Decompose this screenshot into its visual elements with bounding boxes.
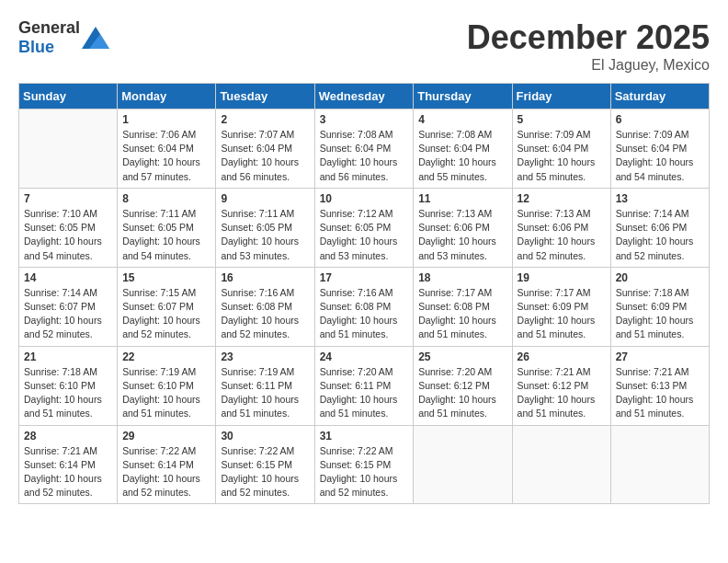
day-number: 13 <box>616 192 704 205</box>
day-info: Sunrise: 7:16 AMSunset: 6:08 PMDaylight:… <box>320 286 409 342</box>
day-info: Sunrise: 7:16 AMSunset: 6:08 PMDaylight:… <box>221 286 309 342</box>
day-number: 28 <box>24 430 112 442</box>
day-info: Sunrise: 7:21 AMSunset: 6:14 PMDaylight:… <box>24 444 112 500</box>
day-info: Sunrise: 7:11 AMSunset: 6:05 PMDaylight:… <box>221 207 309 263</box>
calendar-cell: 5Sunrise: 7:09 AMSunset: 6:04 PMDaylight… <box>512 109 610 189</box>
calendar-cell: 27Sunrise: 7:21 AMSunset: 6:13 PMDayligh… <box>610 346 709 425</box>
day-number: 8 <box>122 192 210 205</box>
day-info: Sunrise: 7:09 AMSunset: 6:04 PMDaylight:… <box>616 128 704 184</box>
calendar-cell: 23Sunrise: 7:19 AMSunset: 6:11 PMDayligh… <box>216 346 314 425</box>
logo-icon <box>82 27 109 49</box>
calendar-cell: 2Sunrise: 7:07 AMSunset: 6:04 PMDaylight… <box>216 109 314 189</box>
day-number: 7 <box>24 192 112 205</box>
day-info: Sunrise: 7:15 AMSunset: 6:07 PMDaylight:… <box>122 286 210 342</box>
week-row-3: 14Sunrise: 7:14 AMSunset: 6:07 PMDayligh… <box>19 267 710 346</box>
calendar-cell: 16Sunrise: 7:16 AMSunset: 6:08 PMDayligh… <box>216 267 314 346</box>
day-number: 10 <box>320 192 409 205</box>
day-info: Sunrise: 7:09 AMSunset: 6:04 PMDaylight:… <box>518 128 606 184</box>
day-number: 26 <box>518 350 606 363</box>
calendar-cell: 1Sunrise: 7:06 AMSunset: 6:04 PMDaylight… <box>118 109 216 189</box>
day-info: Sunrise: 7:22 AMSunset: 6:15 PMDaylight:… <box>320 444 409 500</box>
day-info: Sunrise: 7:20 AMSunset: 6:12 PMDaylight:… <box>418 365 506 421</box>
day-info: Sunrise: 7:19 AMSunset: 6:11 PMDaylight:… <box>221 365 309 421</box>
calendar-cell <box>610 425 709 504</box>
calendar-cell: 21Sunrise: 7:18 AMSunset: 6:10 PMDayligh… <box>19 346 118 425</box>
day-info: Sunrise: 7:17 AMSunset: 6:08 PMDaylight:… <box>418 286 506 342</box>
day-info: Sunrise: 7:06 AMSunset: 6:04 PMDaylight:… <box>122 128 210 184</box>
day-number: 17 <box>320 271 409 284</box>
calendar-cell: 13Sunrise: 7:14 AMSunset: 6:06 PMDayligh… <box>610 188 709 267</box>
day-number: 5 <box>518 113 606 126</box>
header-monday: Monday <box>118 84 216 109</box>
day-number: 18 <box>418 271 506 284</box>
calendar-cell: 3Sunrise: 7:08 AMSunset: 6:04 PMDaylight… <box>314 109 414 189</box>
calendar-cell: 19Sunrise: 7:17 AMSunset: 6:09 PMDayligh… <box>512 267 610 346</box>
day-info: Sunrise: 7:07 AMSunset: 6:04 PMDaylight:… <box>221 128 309 184</box>
day-info: Sunrise: 7:08 AMSunset: 6:04 PMDaylight:… <box>320 128 409 184</box>
day-info: Sunrise: 7:18 AMSunset: 6:10 PMDaylight:… <box>24 365 112 421</box>
calendar-table: SundayMondayTuesdayWednesdayThursdayFrid… <box>18 83 710 504</box>
calendar-cell: 24Sunrise: 7:20 AMSunset: 6:11 PMDayligh… <box>314 346 414 425</box>
calendar-cell: 31Sunrise: 7:22 AMSunset: 6:15 PMDayligh… <box>314 425 414 504</box>
day-info: Sunrise: 7:13 AMSunset: 6:06 PMDaylight:… <box>418 207 506 263</box>
day-number: 29 <box>122 430 210 442</box>
day-number: 30 <box>221 430 309 442</box>
day-info: Sunrise: 7:18 AMSunset: 6:09 PMDaylight:… <box>616 286 704 342</box>
calendar-cell <box>414 425 512 504</box>
day-info: Sunrise: 7:22 AMSunset: 6:14 PMDaylight:… <box>122 444 210 500</box>
header-saturday: Saturday <box>610 84 709 109</box>
day-info: Sunrise: 7:22 AMSunset: 6:15 PMDaylight:… <box>221 444 309 500</box>
logo: General Blue <box>18 18 109 57</box>
header-wednesday: Wednesday <box>314 84 414 109</box>
logo-text: General Blue <box>18 18 80 57</box>
day-info: Sunrise: 7:12 AMSunset: 6:05 PMDaylight:… <box>320 207 409 263</box>
day-number: 4 <box>418 113 506 126</box>
header-friday: Friday <box>512 84 610 109</box>
week-row-1: 1Sunrise: 7:06 AMSunset: 6:04 PMDaylight… <box>19 109 710 189</box>
week-row-5: 28Sunrise: 7:21 AMSunset: 6:14 PMDayligh… <box>19 425 710 504</box>
day-info: Sunrise: 7:14 AMSunset: 6:07 PMDaylight:… <box>24 286 112 342</box>
header-thursday: Thursday <box>414 84 512 109</box>
day-info: Sunrise: 7:21 AMSunset: 6:13 PMDaylight:… <box>616 365 704 421</box>
calendar-cell: 14Sunrise: 7:14 AMSunset: 6:07 PMDayligh… <box>19 267 118 346</box>
calendar-header-row: SundayMondayTuesdayWednesdayThursdayFrid… <box>19 84 710 109</box>
calendar-cell <box>512 425 610 504</box>
day-number: 11 <box>418 192 506 205</box>
day-info: Sunrise: 7:14 AMSunset: 6:06 PMDaylight:… <box>616 207 704 263</box>
day-number: 9 <box>221 192 309 205</box>
page-header: General Blue December 2025 El Jaguey, Me… <box>18 18 710 74</box>
header-sunday: Sunday <box>19 84 118 109</box>
day-number: 27 <box>616 350 704 363</box>
day-number: 1 <box>122 113 210 126</box>
day-number: 12 <box>518 192 606 205</box>
day-number: 2 <box>221 113 309 126</box>
day-number: 25 <box>418 350 506 363</box>
day-number: 14 <box>24 271 112 284</box>
calendar-cell: 17Sunrise: 7:16 AMSunset: 6:08 PMDayligh… <box>314 267 414 346</box>
day-number: 6 <box>616 113 704 126</box>
day-info: Sunrise: 7:10 AMSunset: 6:05 PMDaylight:… <box>24 207 112 263</box>
day-info: Sunrise: 7:17 AMSunset: 6:09 PMDaylight:… <box>518 286 606 342</box>
calendar-cell: 10Sunrise: 7:12 AMSunset: 6:05 PMDayligh… <box>314 188 414 267</box>
calendar-cell: 20Sunrise: 7:18 AMSunset: 6:09 PMDayligh… <box>610 267 709 346</box>
day-number: 3 <box>320 113 409 126</box>
calendar-cell: 22Sunrise: 7:19 AMSunset: 6:10 PMDayligh… <box>118 346 216 425</box>
week-row-2: 7Sunrise: 7:10 AMSunset: 6:05 PMDaylight… <box>19 188 710 267</box>
calendar-cell <box>19 109 118 189</box>
day-info: Sunrise: 7:11 AMSunset: 6:05 PMDaylight:… <box>122 207 210 263</box>
calendar-cell: 11Sunrise: 7:13 AMSunset: 6:06 PMDayligh… <box>414 188 512 267</box>
day-number: 19 <box>518 271 606 284</box>
day-number: 16 <box>221 271 309 284</box>
calendar-cell: 18Sunrise: 7:17 AMSunset: 6:08 PMDayligh… <box>414 267 512 346</box>
day-info: Sunrise: 7:13 AMSunset: 6:06 PMDaylight:… <box>518 207 606 263</box>
calendar-cell: 26Sunrise: 7:21 AMSunset: 6:12 PMDayligh… <box>512 346 610 425</box>
day-number: 15 <box>122 271 210 284</box>
calendar-cell: 30Sunrise: 7:22 AMSunset: 6:15 PMDayligh… <box>216 425 314 504</box>
week-row-4: 21Sunrise: 7:18 AMSunset: 6:10 PMDayligh… <box>19 346 710 425</box>
day-info: Sunrise: 7:20 AMSunset: 6:11 PMDaylight:… <box>320 365 409 421</box>
calendar-cell: 12Sunrise: 7:13 AMSunset: 6:06 PMDayligh… <box>512 188 610 267</box>
day-number: 31 <box>320 430 409 442</box>
day-number: 20 <box>616 271 704 284</box>
day-number: 21 <box>24 350 112 363</box>
calendar-cell: 6Sunrise: 7:09 AMSunset: 6:04 PMDaylight… <box>610 109 709 189</box>
